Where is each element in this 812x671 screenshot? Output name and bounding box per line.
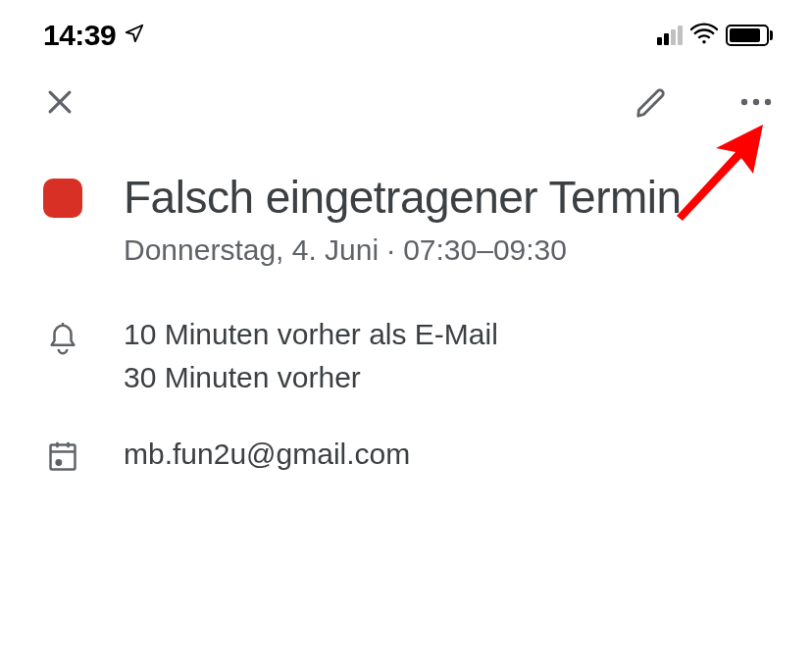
- battery-icon: [726, 25, 773, 46]
- svg-point-0: [741, 99, 747, 105]
- event-detail: Falsch eingetragener Termin Donnerstag, …: [0, 141, 812, 475]
- reminder-item: 30 Minuten vorher: [124, 361, 498, 394]
- svg-point-4: [57, 460, 61, 464]
- reminders-row: 10 Minuten vorher als E-Mail 30 Minuten …: [43, 318, 769, 394]
- calendar-account: mb.fun2u@gmail.com: [124, 438, 410, 471]
- calendar-row: mb.fun2u@gmail.com: [43, 438, 769, 475]
- bell-icon: [43, 318, 82, 359]
- wifi-icon: [690, 23, 718, 48]
- status-left: 14:39: [43, 19, 145, 52]
- reminder-item: 10 Minuten vorher als E-Mail: [124, 318, 498, 351]
- close-button[interactable]: [43, 85, 76, 119]
- svg-point-1: [753, 99, 759, 105]
- event-color-badge: [43, 179, 82, 218]
- event-datetime: Donnerstag, 4. Juni · 07:30–09:30: [124, 233, 769, 267]
- status-right: [657, 23, 773, 48]
- signal-icon: [657, 26, 683, 45]
- event-title: Falsch eingetragener Termin: [124, 171, 682, 224]
- status-time: 14:39: [43, 19, 116, 52]
- calendar-icon: [43, 438, 82, 475]
- svg-point-2: [765, 99, 771, 105]
- status-bar: 14:39: [0, 0, 812, 63]
- svg-rect-3: [51, 445, 76, 470]
- location-icon: [124, 23, 145, 48]
- edit-button[interactable]: [634, 83, 671, 121]
- more-button[interactable]: [739, 97, 773, 107]
- event-title-row: Falsch eingetragener Termin: [43, 171, 769, 224]
- toolbar: [0, 63, 812, 141]
